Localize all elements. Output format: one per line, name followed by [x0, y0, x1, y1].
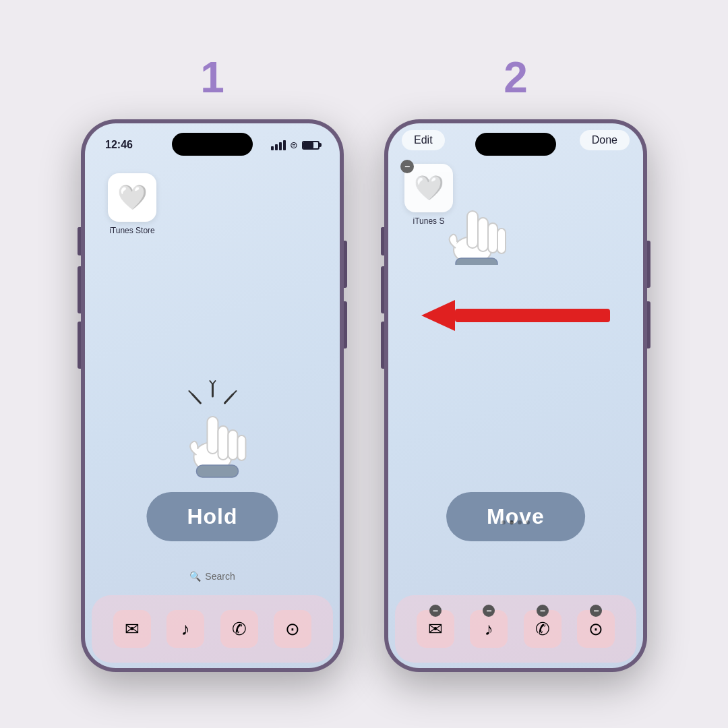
move-button[interactable]: Move	[446, 492, 585, 541]
search-icon: 🔍	[189, 571, 201, 582]
phone-1-screen: 12:46 ⊜	[85, 123, 340, 668]
itunes-app-container: 🤍 iTunes Store	[105, 173, 159, 235]
svg-rect-14	[467, 211, 478, 248]
step-1: 1 12:46	[81, 56, 344, 672]
hold-hand-area	[158, 377, 266, 485]
itunes-app-icon[interactable]: 🤍	[108, 173, 156, 222]
search-label: Search	[205, 571, 235, 582]
hold-instruction-area: Hold	[146, 377, 278, 541]
dock-phone-2[interactable]: − ✆	[524, 610, 562, 648]
hold-animation	[158, 377, 266, 485]
svg-rect-11	[237, 435, 245, 460]
dock-music-2[interactable]: − ♪	[470, 610, 508, 648]
step-2-number: 2	[504, 56, 528, 99]
page-dot-1	[502, 520, 506, 524]
itunes-app-label: iTunes Store	[109, 226, 155, 235]
svg-rect-16	[488, 223, 497, 253]
wifi-icon: ⊜	[290, 140, 298, 150]
phone-1-dock: ✉ ♪ ✆ ⊙	[92, 595, 333, 663]
page-dots	[502, 520, 530, 524]
phone-2-screen: Edit Done 🤍 − iTunes S	[388, 123, 643, 668]
search-bar: 🔍 Search	[189, 571, 235, 582]
red-arrow-svg	[415, 292, 617, 339]
svg-rect-8	[207, 417, 218, 454]
dock-camera-2[interactable]: − ⊙	[577, 610, 615, 648]
page-dot-2	[510, 520, 514, 524]
dock-mail[interactable]: ✉	[113, 610, 151, 648]
phone-2: Edit Done 🤍 − iTunes S	[384, 119, 647, 672]
page-dot-3	[518, 520, 522, 524]
svg-rect-10	[228, 430, 237, 460]
done-button[interactable]: Done	[580, 130, 630, 150]
dock-phone[interactable]: ✆	[220, 610, 258, 648]
status-time: 12:46	[105, 139, 133, 151]
dynamic-island-1	[172, 133, 253, 156]
dock-music[interactable]: ♪	[166, 610, 204, 648]
svg-rect-19	[455, 309, 610, 322]
dynamic-island-2	[475, 133, 556, 156]
svg-line-3	[224, 394, 233, 403]
minus-badge-phone: −	[537, 605, 549, 617]
svg-rect-17	[497, 229, 506, 253]
svg-rect-9	[218, 426, 228, 460]
step-1-number: 1	[200, 56, 224, 99]
svg-marker-20	[421, 300, 455, 331]
minus-badge-mail: −	[429, 605, 442, 617]
main-container: 1 12:46	[0, 0, 728, 728]
hold-button[interactable]: Hold	[146, 492, 278, 541]
minus-badge-camera: −	[590, 605, 602, 617]
edit-button[interactable]: Edit	[402, 130, 445, 150]
dock-mail-2[interactable]: − ✉	[417, 610, 454, 648]
svg-rect-18	[456, 258, 497, 265]
screen-content-1: 🤍 iTunes Store	[85, 160, 340, 595]
svg-line-6	[189, 391, 192, 394]
drag-hand-svg	[429, 177, 516, 265]
move-arrow-container	[388, 292, 643, 339]
signal-bars	[271, 140, 286, 150]
status-icons: ⊜	[271, 140, 320, 150]
move-instruction-area: Move	[446, 492, 585, 541]
phone-1: 12:46 ⊜	[81, 119, 344, 672]
drag-hand-area	[429, 177, 516, 268]
svg-rect-12	[196, 465, 238, 477]
phone-2-dock: − ✉ − ♪ − ✆ − ⊙	[395, 595, 636, 663]
screen-content-2: 🤍 − iTunes S	[388, 157, 643, 595]
battery-icon	[302, 141, 320, 150]
heart-icon: 🤍	[117, 183, 148, 212]
svg-rect-15	[478, 218, 488, 251]
page-dot-4	[526, 520, 530, 524]
step-2: 2 Edit Done	[384, 56, 647, 672]
svg-line-2	[212, 381, 215, 384]
dock-camera[interactable]: ⊙	[274, 610, 311, 648]
delete-badge: −	[400, 160, 414, 173]
minus-badge-music: −	[483, 605, 495, 617]
svg-line-5	[192, 394, 200, 403]
svg-line-4	[233, 391, 236, 394]
